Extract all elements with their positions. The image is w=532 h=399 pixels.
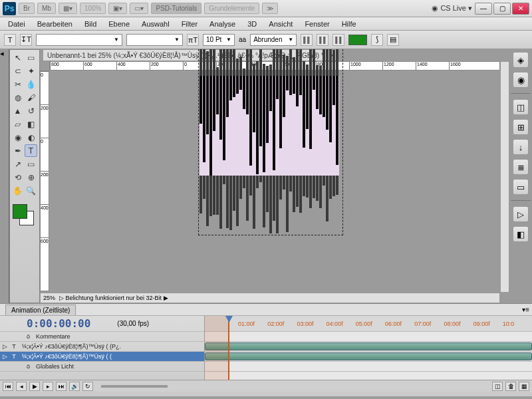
text-color-swatch[interactable] bbox=[348, 35, 367, 45]
loop-button[interactable]: ↻ bbox=[82, 382, 93, 391]
goto-start-button[interactable]: ⏮ bbox=[3, 382, 13, 391]
status-bar: 25% ▷ Belichtung funktioniert nur bei 32… bbox=[40, 293, 500, 303]
track-layer-1[interactable] bbox=[205, 342, 532, 352]
play-icon[interactable]: ▷ bbox=[513, 206, 529, 222]
text-bars-bot bbox=[200, 176, 339, 235]
comments-row[interactable]: ö Kommentare bbox=[0, 332, 204, 342]
orientation-button[interactable]: ↧T bbox=[20, 34, 32, 46]
font-style-dropdown[interactable]: ▼ bbox=[126, 34, 183, 46]
panel-icon-d[interactable]: ≣ bbox=[513, 159, 529, 175]
menu-datei[interactable]: Datei bbox=[3, 19, 31, 29]
warp-text-button[interactable]: ⟆ bbox=[371, 34, 383, 46]
panel-icon-e[interactable]: ▭ bbox=[513, 179, 529, 195]
wand-tool[interactable]: ✦ bbox=[25, 65, 37, 77]
play-button[interactable]: ▶ bbox=[29, 382, 40, 391]
app-icon: Ps bbox=[3, 2, 16, 15]
goto-end-button[interactable]: ⏭ bbox=[56, 382, 66, 391]
align-left-button[interactable]: ‖‖ bbox=[301, 34, 313, 46]
fg-color[interactable] bbox=[13, 204, 27, 219]
canvas[interactable] bbox=[200, 76, 339, 176]
align-right-button[interactable]: ‖‖ bbox=[332, 34, 344, 46]
lasso-tool[interactable]: ⊂ bbox=[11, 65, 24, 77]
blur-tool[interactable]: ◉ bbox=[11, 131, 24, 144]
playhead[interactable] bbox=[229, 316, 229, 380]
panel-icon-b[interactable]: ⊞ bbox=[513, 119, 529, 135]
menu-hilfe[interactable]: Hilfe bbox=[336, 19, 362, 29]
crop-tool[interactable]: ✂ bbox=[11, 78, 24, 90]
minibridge-button[interactable]: Mb bbox=[37, 3, 56, 14]
delete-button[interactable]: 🗑 bbox=[505, 382, 516, 391]
animation-tab[interactable]: Animation (Zeitliste) bbox=[5, 305, 76, 315]
panel-icon-c[interactable]: ↓ bbox=[513, 139, 529, 155]
3d-tool[interactable]: ⟲ bbox=[11, 171, 24, 184]
menu-ebene[interactable]: Ebene bbox=[103, 19, 135, 29]
arrange-button[interactable]: ▣▾ bbox=[108, 3, 127, 14]
panel-icon-f[interactable]: ◧ bbox=[513, 226, 529, 242]
layer-row-1[interactable]: ▷ T ¼;x¦Ã•Ý ♪€3ôÚ€ýÈ8¦!¶Å)™Ùsÿ ( (P¿. bbox=[0, 342, 204, 352]
canvas-area: Unbenannt-1 bei 25% (¼;xÃ•Ý €3ôÚ€ýÈ8¦!Å)… bbox=[40, 49, 509, 303]
panel-icon-a[interactable]: ◫ bbox=[513, 99, 529, 115]
eraser-tool[interactable]: ▱ bbox=[11, 118, 24, 130]
onion-button[interactable]: ◫ bbox=[492, 382, 503, 391]
move-tool[interactable]: ↖ bbox=[11, 51, 24, 64]
workspace-grund[interactable]: Grundelemente bbox=[204, 3, 259, 14]
menu-fenster[interactable]: Fenster bbox=[299, 19, 334, 29]
fps-label: (30,00 fps) bbox=[117, 320, 149, 327]
heal-tool[interactable]: ◍ bbox=[11, 91, 24, 104]
marquee-tool[interactable]: ▭ bbox=[25, 51, 37, 64]
maximize-button[interactable]: ▢ bbox=[493, 3, 511, 15]
menu-bild[interactable]: Bild bbox=[79, 19, 102, 29]
bridge-button[interactable]: Br bbox=[19, 3, 35, 14]
zoom-tool[interactable]: 🔍 bbox=[25, 184, 37, 197]
camera-tool[interactable]: ⊕ bbox=[25, 171, 37, 184]
tool-preset[interactable]: T bbox=[4, 34, 16, 46]
menu-bearbeiten[interactable]: Bearbeiten bbox=[32, 19, 78, 29]
font-size-dropdown[interactable]: 10 Pt▼ bbox=[203, 34, 235, 46]
gradient-tool[interactable]: ◧ bbox=[25, 118, 37, 130]
pen-tool[interactable]: ✒ bbox=[11, 144, 24, 157]
menu-auswahl[interactable]: Auswahl bbox=[136, 19, 175, 29]
font-family-dropdown[interactable]: ▼ bbox=[36, 34, 122, 46]
scroll-vertical[interactable] bbox=[500, 61, 509, 293]
eyedropper-tool[interactable]: 💧 bbox=[25, 78, 37, 90]
align-center-button[interactable]: ‖‖ bbox=[317, 34, 329, 46]
left-collapse[interactable]: ◂ bbox=[0, 49, 9, 303]
history-tool[interactable]: ↺ bbox=[25, 104, 37, 117]
next-frame-button[interactable]: ▸ bbox=[43, 382, 53, 391]
path-tool[interactable]: ↗ bbox=[11, 158, 24, 170]
minimize-button[interactable]: — bbox=[475, 3, 492, 15]
hand-tool[interactable]: ✋ bbox=[11, 184, 24, 197]
color-icon[interactable]: ◉ bbox=[513, 72, 529, 88]
cslive-button[interactable]: ◉ CS Live ▾ bbox=[432, 4, 472, 13]
antialias-dropdown[interactable]: Abrunden▼ bbox=[250, 34, 297, 46]
workspace-more[interactable]: ≫ bbox=[262, 3, 278, 14]
text-bars-top bbox=[200, 49, 339, 76]
audio-button[interactable]: 🔊 bbox=[69, 382, 80, 391]
global-light-row[interactable]: ö Globales Licht bbox=[0, 362, 204, 372]
zoom-level[interactable]: 25% bbox=[43, 295, 55, 301]
shape-tool[interactable]: ▭ bbox=[25, 158, 37, 170]
dodge-tool[interactable]: ◐ bbox=[25, 131, 37, 144]
zoom-indicator[interactable]: 100% bbox=[80, 3, 106, 14]
stamp-tool[interactable]: ▲ bbox=[11, 104, 24, 117]
color-swatches[interactable] bbox=[11, 200, 38, 229]
type-tool[interactable]: T bbox=[25, 144, 37, 157]
zoom-slider[interactable] bbox=[101, 385, 168, 388]
prev-frame-button[interactable]: ◂ bbox=[16, 382, 27, 391]
workspace-psdtut[interactable]: PSD-Tutorials bbox=[151, 3, 201, 14]
work-area[interactable] bbox=[205, 316, 229, 380]
close-button[interactable]: ✕ bbox=[512, 3, 529, 15]
timeline-tracks[interactable]: 01:00f02:00f03:00f04:00f05:00f06:00f07:0… bbox=[205, 316, 532, 380]
layers-icon[interactable]: ◈ bbox=[513, 52, 529, 68]
menu-ansicht[interactable]: Ansicht bbox=[263, 19, 298, 29]
menu-analyse[interactable]: Analyse bbox=[204, 19, 241, 29]
screenmode-button[interactable]: ▭▾ bbox=[130, 3, 148, 14]
convert-button[interactable]: ▦ bbox=[519, 382, 529, 391]
track-layer-2[interactable] bbox=[205, 352, 532, 362]
character-panel-button[interactable]: ▤ bbox=[387, 34, 399, 46]
menu-3d[interactable]: 3D bbox=[242, 19, 262, 29]
brush-tool[interactable]: 🖌 bbox=[25, 91, 37, 104]
menu-filter[interactable]: Filter bbox=[176, 19, 203, 29]
frames-button[interactable]: ▦▾ bbox=[59, 3, 77, 14]
layer-row-2[interactable]: ▷ T ¼;x¦Ã•Ý ♪€3ôÚ€ýÈ8¦!¶Å)™Ùsÿ ( ( bbox=[0, 352, 204, 362]
